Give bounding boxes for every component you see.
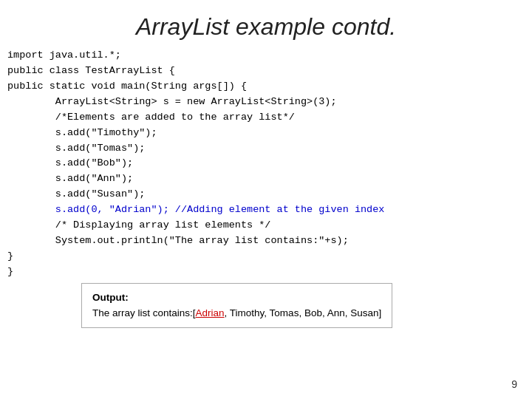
page-number: 9 xyxy=(511,378,517,390)
code-line-4: ArrayList<String> s = new ArrayList<Stri… xyxy=(7,95,525,110)
output-highlight: Adrian xyxy=(196,307,225,318)
code-line-12: /* Displaying array list elements */ xyxy=(7,218,525,233)
code-line-6: s.add("Timothy"); xyxy=(7,126,525,141)
code-line-1: import java.util.*; xyxy=(7,48,525,64)
code-add-blue: s.add(0, "Adrian"); //Adding element at … xyxy=(55,204,385,215)
output-label: Output: xyxy=(92,292,129,303)
code-block: import java.util.*; public class TestArr… xyxy=(0,48,532,280)
output-box: Output: The array list contains:[Adrian,… xyxy=(81,283,392,328)
output-text-after: , Timothy, Tomas, Bob, Ann, Susan] xyxy=(225,307,382,318)
code-line-7: s.add("Tomas"); xyxy=(7,141,525,157)
output-text-before: The array list contains:[ xyxy=(92,307,196,318)
code-line-8: s.add("Bob"); xyxy=(7,156,525,171)
code-line-14: } xyxy=(7,249,525,265)
page-title: ArrayList example contd. xyxy=(0,0,532,48)
code-line-10: s.add("Susan"); xyxy=(7,187,525,202)
code-line-15: } xyxy=(7,265,525,280)
code-line-5: /*Elements are added to the array list*/ xyxy=(7,110,525,126)
code-line-3: public static void main(String args[]) { xyxy=(7,79,525,95)
code-line-2: public class TestArrayList { xyxy=(7,64,525,79)
code-line-9: s.add("Ann"); xyxy=(7,171,525,187)
output-label-line: Output: xyxy=(92,290,381,306)
code-line-11: s.add(0, "Adrian"); //Adding element at … xyxy=(7,202,525,218)
code-line-13: System.out.println("The array list conta… xyxy=(7,233,525,249)
output-content-line: The array list contains:[Adrian, Timothy… xyxy=(92,305,381,321)
